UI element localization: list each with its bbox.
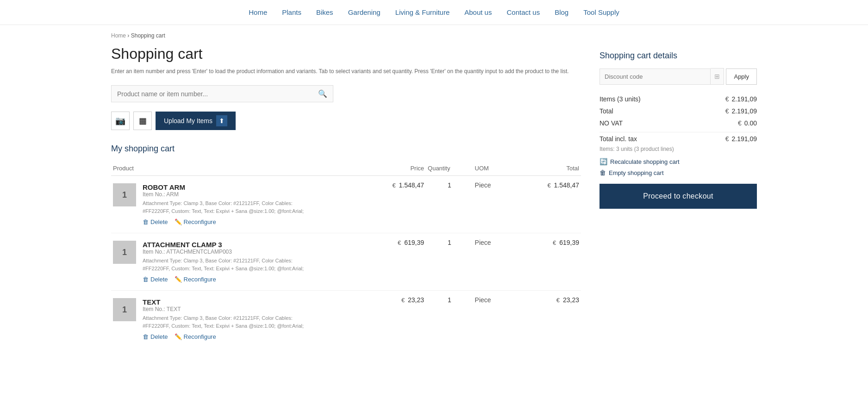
checkout-button[interactable]: Proceed to checkout	[599, 184, 757, 209]
price-value: 619,39	[404, 239, 424, 246]
product-name: ROBOT ARM	[143, 183, 309, 191]
total-cell: € 619,39	[520, 233, 581, 291]
nav-about[interactable]: About us	[464, 8, 492, 16]
pencil-icon: ✏️	[175, 276, 182, 283]
nav-bikes[interactable]: Bikes	[316, 8, 333, 16]
page-title: Shopping cart	[111, 45, 581, 62]
header-price: Price	[369, 161, 426, 176]
empty-cart-label: Empty shopping cart	[609, 169, 664, 176]
header-total: Total	[520, 161, 581, 176]
table-row: 1 ROBOT ARM Item No.: ARM Attachment Typ…	[111, 176, 581, 233]
uom-cell: Piece	[473, 176, 520, 233]
product-item-no: Item No.: ATTACHMENTCLAMP003	[143, 249, 309, 255]
grand-total-label: Total incl. tax	[599, 135, 637, 143]
product-item-no: Item No.: ARM	[143, 191, 309, 198]
nav-blog[interactable]: Blog	[555, 8, 568, 16]
price-currency: €	[401, 297, 405, 304]
discount-row: ⊞ Apply	[599, 68, 757, 85]
product-info: ROBOT ARM Item No.: ARM Attachment Type:…	[143, 183, 309, 225]
breadcrumb: Home › Shopping cart	[0, 25, 868, 42]
delete-label: Delete	[150, 218, 168, 225]
recalculate-icon: 🔄	[599, 158, 607, 165]
total-cell: € 1.548,47	[520, 176, 581, 233]
product-image: 1	[113, 183, 136, 206]
price-cell: € 23,23	[369, 291, 426, 348]
items-summary-row: Items (3 units) € 2.191,09	[599, 93, 757, 105]
delete-link[interactable]: 🗑 Delete	[143, 276, 168, 283]
product-actions: 🗑 Delete ✏️ Reconfigure	[143, 218, 309, 225]
price-cell: € 1.548,47	[369, 176, 426, 233]
cart-action-links: 🔄 Recalculate shopping cart 🗑 Empty shop…	[599, 158, 757, 176]
delete-label: Delete	[150, 333, 168, 340]
table-row: 1 TEXT Item No.: TEXT Attachment Type: C…	[111, 291, 581, 348]
product-info: TEXT Item No.: TEXT Attachment Type: Cla…	[143, 298, 309, 340]
product-info: ATTACHMENT CLAMP 3 Item No.: ATTACHMENTC…	[143, 241, 309, 283]
nav-home[interactable]: Home	[249, 8, 267, 16]
header-quantity: Quantity	[426, 161, 473, 176]
items-amount: 2.191,09	[732, 95, 757, 103]
total-currency: €	[547, 182, 550, 189]
nav-contact[interactable]: Contact us	[506, 8, 540, 16]
camera-icon-button[interactable]: 📷	[111, 112, 130, 130]
recalculate-link[interactable]: 🔄 Recalculate shopping cart	[599, 158, 757, 165]
price-value: 1.548,47	[399, 181, 425, 189]
total-label: Total	[599, 107, 613, 115]
total-summary-row: Total € 2.191,09	[599, 105, 757, 117]
nav-tool-supply[interactable]: Tool Supply	[583, 8, 619, 16]
cart-details-sidebar: Shopping cart details ⊞ Apply Items (3 u…	[599, 42, 757, 348]
delete-link[interactable]: 🗑 Delete	[143, 218, 168, 225]
items-currency: €	[725, 95, 729, 103]
delete-link[interactable]: 🗑 Delete	[143, 333, 168, 340]
uom-cell: Piece	[473, 233, 520, 291]
reconfigure-link[interactable]: ✏️ Reconfigure	[175, 218, 216, 225]
delete-icon: 🗑	[143, 218, 149, 225]
empty-cart-link[interactable]: 🗑 Empty shopping cart	[599, 169, 757, 176]
nav-gardening[interactable]: Gardening	[348, 8, 381, 16]
page-description: Enter an item number and press 'Enter' t…	[111, 67, 581, 76]
price-currency: €	[392, 182, 395, 189]
price-value: 23,23	[408, 296, 424, 304]
grand-total-value-group: € 2.191,09	[725, 135, 757, 143]
cart-details-title: Shopping cart details	[599, 51, 757, 61]
delete-icon: 🗑	[143, 276, 149, 283]
no-vat-value-group: € 0.00	[738, 119, 757, 127]
no-vat-summary-row: NO VAT € 0.00	[599, 117, 757, 129]
product-actions: 🗑 Delete ✏️ Reconfigure	[143, 333, 309, 340]
product-details: Attachment Type: Clamp 3, Base Color: #2…	[143, 257, 309, 272]
upload-my-items-button[interactable]: Upload My Items ⬆	[156, 112, 236, 130]
no-vat-currency: €	[738, 119, 742, 127]
upload-arrow-icon: ⬆	[216, 115, 227, 126]
breadcrumb-current: Shopping cart	[131, 32, 165, 39]
search-input[interactable]	[117, 90, 318, 98]
product-image: 1	[113, 298, 136, 321]
quantity-cell: 1	[426, 233, 473, 291]
header-product: Product	[111, 161, 369, 176]
product-image: 1	[113, 241, 136, 264]
pencil-icon: ✏️	[175, 218, 182, 225]
reconfigure-link[interactable]: ✏️ Reconfigure	[175, 333, 216, 340]
grand-total-amount: 2.191,09	[732, 135, 757, 143]
discount-icon: ⊞	[711, 68, 724, 85]
price-cell: € 619,39	[369, 233, 426, 291]
reconfigure-link[interactable]: ✏️ Reconfigure	[175, 276, 216, 283]
total-value-group: € 2.191,09	[725, 107, 757, 115]
recalculate-label: Recalculate shopping cart	[610, 158, 680, 165]
main-nav: Home Plants Bikes Gardening Living & Fur…	[0, 0, 868, 25]
table-row: 1 ATTACHMENT CLAMP 3 Item No.: ATTACHMEN…	[111, 233, 581, 291]
product-item-no: Item No.: TEXT	[143, 306, 309, 312]
delete-label: Delete	[150, 276, 168, 283]
total-cell: € 23,23	[520, 291, 581, 348]
barcode-icon-button[interactable]: ▦	[133, 112, 152, 130]
quantity-cell: 1	[426, 291, 473, 348]
uom-cell: Piece	[473, 291, 520, 348]
delete-icon: 🗑	[143, 333, 149, 340]
search-icon: 🔍	[318, 89, 327, 98]
discount-code-input[interactable]	[599, 69, 711, 85]
no-vat-label: NO VAT	[599, 119, 623, 127]
no-vat-amount: 0.00	[744, 119, 757, 127]
nav-living-furniture[interactable]: Living & Furniture	[395, 8, 450, 16]
nav-plants[interactable]: Plants	[282, 8, 301, 16]
apply-discount-button[interactable]: Apply	[726, 69, 757, 85]
breadcrumb-home[interactable]: Home	[111, 32, 126, 39]
product-actions: 🗑 Delete ✏️ Reconfigure	[143, 276, 309, 283]
